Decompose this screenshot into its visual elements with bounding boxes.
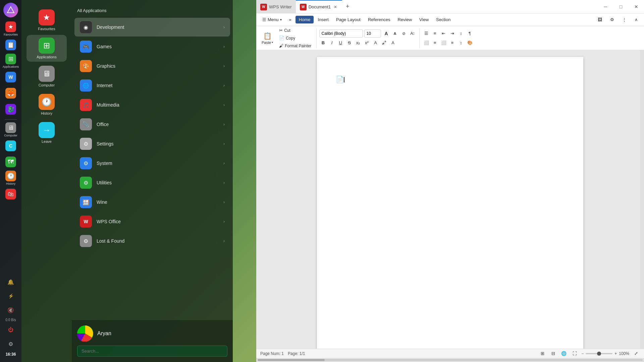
tab-page-layout[interactable]: Page Layout xyxy=(333,16,364,23)
sidebar-item-krita[interactable]: 🐉 xyxy=(3,102,18,117)
decrease-indent-button[interactable]: ⇤ xyxy=(440,29,448,38)
tab-home[interactable]: Home xyxy=(296,16,314,23)
category-lost-found[interactable]: ⚙ Lost & Found › xyxy=(74,232,230,250)
zoom-in-button[interactable]: + xyxy=(614,351,617,356)
sidebar-item-shop[interactable]: 🛍 xyxy=(3,187,18,201)
increase-indent-button[interactable]: ⇥ xyxy=(448,29,457,38)
sidebar-item-applications[interactable]: ⊞ Applications xyxy=(3,54,18,68)
sidebar-item-computer-menu[interactable]: 🖥 Computer xyxy=(26,63,67,90)
strikethrough-button[interactable]: S xyxy=(345,39,354,47)
settings-button[interactable]: ⚙ xyxy=(5,338,17,350)
paste-button[interactable]: 📋 Paste ▾ xyxy=(259,29,276,48)
bold-button[interactable]: B xyxy=(319,39,327,47)
read-view-button[interactable]: ⊞ xyxy=(538,350,546,358)
text-effect-button[interactable]: A⃞ xyxy=(409,29,417,38)
power-button[interactable]: ⏻ xyxy=(5,324,17,336)
minimize-button[interactable]: ─ xyxy=(598,0,613,13)
wine-label: Wine xyxy=(97,199,219,205)
format-painter-button[interactable]: 🖌 Format Painter xyxy=(277,42,313,49)
decrease-font-button[interactable]: A xyxy=(391,29,399,38)
category-system[interactable]: ⚙ System › xyxy=(74,154,230,173)
sidebar-item-computer[interactable]: 🖥 Computer xyxy=(3,122,18,137)
zoom-slider[interactable] xyxy=(586,353,612,354)
horizontal-scrollbar[interactable] xyxy=(256,358,644,362)
category-wine[interactable]: 🪟 Wine › xyxy=(74,193,230,212)
tab-view[interactable]: View xyxy=(416,16,432,23)
sort-button[interactable]: ↕ xyxy=(457,29,465,38)
justify-button[interactable]: ≡ xyxy=(448,39,457,47)
document1-close-button[interactable]: ✕ xyxy=(333,4,338,10)
highlight-color-button[interactable]: 🖍 xyxy=(380,39,388,47)
taskbar-logo[interactable] xyxy=(3,3,18,17)
mute-button[interactable]: 🔇 xyxy=(5,304,17,316)
category-development[interactable]: ◉ Development › xyxy=(74,18,230,37)
search-input[interactable] xyxy=(77,346,227,357)
cut-button[interactable]: ✂ Cut xyxy=(277,27,313,34)
font-size-input[interactable] xyxy=(364,29,381,38)
category-office[interactable]: 📎 Office › xyxy=(74,115,230,134)
document-page[interactable]: 📄 xyxy=(317,57,583,349)
full-screen-button[interactable]: ⛶ xyxy=(571,350,579,358)
category-utilities[interactable]: ⚙ Utilities › xyxy=(74,173,230,192)
bullets-button[interactable]: ☰ xyxy=(422,29,430,38)
numbering-button[interactable]: ≡ xyxy=(431,29,439,38)
align-left-button[interactable]: ⬜ xyxy=(422,39,430,47)
fit-page-button[interactable]: ⤢ xyxy=(632,350,640,358)
image-btn[interactable]: 🖼 xyxy=(594,16,605,23)
close-button[interactable]: ✕ xyxy=(629,0,644,13)
menu-btn-more[interactable]: » xyxy=(286,16,295,23)
category-settings[interactable]: ⚙ Settings › xyxy=(74,134,230,153)
zoom-out-button[interactable]: − xyxy=(581,351,584,356)
menu-btn-menu[interactable]: ☰ Menu ▾ xyxy=(259,16,285,23)
settings-gear-btn[interactable]: ⚙ xyxy=(607,16,618,23)
align-center-button[interactable]: ≡ xyxy=(431,39,439,47)
underline-button[interactable]: U xyxy=(337,39,345,47)
sidebar-item-applications-menu[interactable]: ⊞ Applications xyxy=(26,35,67,62)
wps-writer-tab[interactable]: W WPS Writer xyxy=(256,0,296,13)
web-view-button[interactable]: 🌐 xyxy=(560,350,568,358)
collapse-ribbon-btn[interactable]: ∧ xyxy=(631,16,641,23)
sidebar-item-cinnamon[interactable]: C xyxy=(3,138,18,153)
sidebar-item-notes[interactable]: 📋 xyxy=(3,38,18,52)
category-games[interactable]: 🎮 Games › xyxy=(74,37,230,56)
increase-font-button[interactable]: A xyxy=(382,29,390,38)
vertical-scrollbar[interactable] xyxy=(640,50,644,349)
bluetooth-button[interactable]: ⚡ xyxy=(5,290,17,302)
document-area[interactable]: 📄 xyxy=(256,50,644,349)
font-group: A A ⊘ A⃞ B I U S x₂ x² A 🖍 A xyxy=(319,28,420,48)
add-tab-button[interactable]: + xyxy=(343,3,352,11)
sidebar-item-maps[interactable]: 🗺 xyxy=(3,155,18,169)
tab-section[interactable]: Section xyxy=(433,16,454,23)
clear-format-button[interactable]: ⊘ xyxy=(400,29,408,38)
maximize-button[interactable]: □ xyxy=(613,0,629,13)
sidebar-item-favourites[interactable]: ★ Favourites xyxy=(3,21,18,36)
more-options-btn[interactable]: ⋮ xyxy=(619,16,630,23)
show-marks-button[interactable]: ¶ xyxy=(466,29,474,38)
superscript-button[interactable]: x² xyxy=(363,39,371,47)
italic-button[interactable]: I xyxy=(328,39,336,47)
align-right-button[interactable]: ⬜ xyxy=(440,39,448,47)
copy-button[interactable]: 📄 Copy xyxy=(277,35,313,42)
sidebar-item-leave-menu[interactable]: → Leave xyxy=(26,119,67,146)
line-spacing-button[interactable]: ↕ xyxy=(457,39,465,47)
category-multimedia[interactable]: 🎵 Multimedia › xyxy=(74,96,230,114)
print-view-button[interactable]: ⊟ xyxy=(549,350,557,358)
tab-insert[interactable]: Insert xyxy=(314,16,332,23)
bell-button[interactable]: 🔔 xyxy=(5,276,17,288)
document1-tab[interactable]: W Document1 ✕ xyxy=(296,0,342,13)
category-internet[interactable]: 🌐 Internet › xyxy=(74,76,230,95)
sidebar-item-firefox[interactable]: 🦊 xyxy=(3,86,18,101)
font-color-button[interactable]: A xyxy=(372,39,380,47)
sidebar-item-history-menu[interactable]: 🕐 History xyxy=(26,91,67,118)
tab-review[interactable]: Review xyxy=(394,16,415,23)
sidebar-item-word[interactable]: W xyxy=(3,70,18,84)
category-wps-office[interactable]: W WPS Office › xyxy=(74,212,230,231)
sidebar-item-favourites-menu[interactable]: ★ Favourites xyxy=(26,7,67,34)
char-shading-button[interactable]: A xyxy=(389,39,397,47)
sidebar-item-history[interactable]: 🕐 History xyxy=(3,171,18,185)
category-graphics[interactable]: 🎨 Graphics › xyxy=(74,57,230,75)
shading-button[interactable]: 🎨 xyxy=(466,39,474,47)
subscript-button[interactable]: x₂ xyxy=(354,39,362,47)
font-name-input[interactable] xyxy=(319,29,363,38)
tab-references[interactable]: References xyxy=(365,16,393,23)
